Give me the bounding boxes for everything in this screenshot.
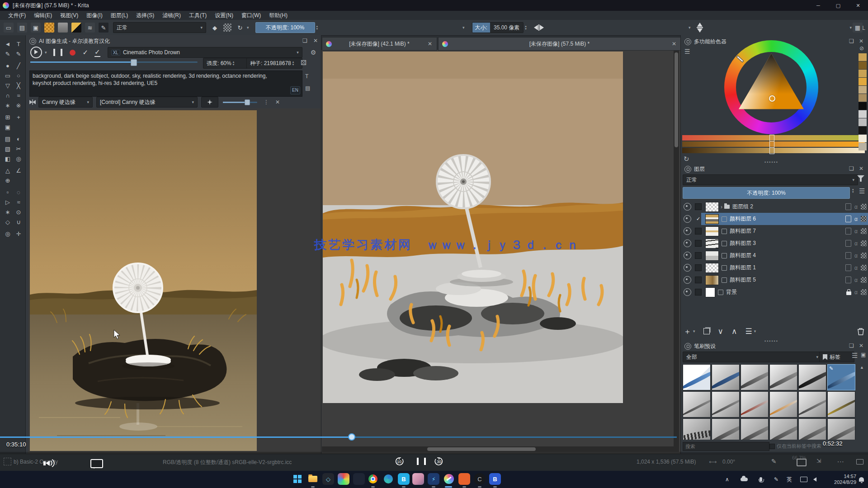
docker-splitter[interactable]: •••••• [764, 339, 778, 343]
polygon-select-tool[interactable]: ▷ [3, 197, 13, 207]
alpha-inherit-icon[interactable] [861, 277, 867, 283]
add-layer-button[interactable]: ＋▾ [684, 326, 695, 337]
layer-row-paint3[interactable]: 颜料图层 3 α [681, 237, 868, 249]
blend-mode-dropdown[interactable]: 正常▾ [113, 22, 206, 33]
close-docker-icon[interactable]: ✕ [859, 343, 863, 349]
alpha-inherit-icon[interactable] [861, 228, 867, 234]
layer-checkbox[interactable] [695, 277, 702, 283]
control-menu-icon[interactable]: ⋮ [264, 99, 269, 105]
opacity-slider-button[interactable]: 不透明度: 100% [255, 22, 315, 33]
value-marker[interactable] [769, 147, 774, 154]
color-history-swatch[interactable] [859, 110, 867, 118]
float-docker-icon[interactable]: ❏ [849, 38, 854, 44]
layer-locked-icon[interactable] [846, 291, 851, 295]
new-document-icon[interactable]: ▭ [4, 23, 14, 33]
strength-slider-handle[interactable] [131, 59, 137, 66]
eraser-mode-icon[interactable]: ◆ [210, 23, 220, 33]
brush-preset-tile[interactable] [741, 364, 769, 390]
multibrush-tool[interactable]: ※ [14, 100, 24, 110]
color-history-swatch[interactable] [859, 70, 867, 77]
seed-spinbox[interactable]: 种子: 219818678 ▴▾ [246, 58, 302, 69]
video-timeline-handle[interactable] [348, 433, 355, 441]
layer-checkbox[interactable] [695, 264, 702, 271]
subtitle-comment-icon[interactable] [90, 459, 103, 468]
mirror-horizontal-caret-icon[interactable]: ▾ [687, 25, 691, 30]
layer-row-paint7[interactable]: 颜料图层 7 α [681, 225, 868, 237]
refresh-colors-icon[interactable]: ↻ [684, 155, 689, 163]
contiguous-select-tool[interactable]: ∗ [3, 207, 13, 217]
layer-row-background[interactable]: 背景 α [681, 286, 868, 298]
move-layer-down-button[interactable]: ∨ [718, 327, 723, 336]
pan-tool[interactable]: ✛ [14, 229, 24, 239]
color-marker[interactable] [769, 95, 775, 102]
brush-preset-tile[interactable] [769, 391, 797, 418]
menu-settings[interactable]: 设置(N) [215, 12, 233, 19]
layer-checkbox[interactable] [695, 240, 702, 247]
app-avatar-icon[interactable] [412, 473, 424, 485]
control-remove-icon[interactable]: ✕ [275, 99, 280, 105]
mirror-vertical-icon[interactable] [697, 23, 703, 33]
canvas-only-mode-icon[interactable] [797, 459, 807, 466]
layer-style-icon[interactable] [845, 264, 851, 271]
vertical-scrollbar[interactable] [674, 51, 679, 446]
layer-filter-icon[interactable] [857, 175, 864, 182]
file-explorer-icon[interactable] [307, 473, 319, 485]
layer-checkbox[interactable] [695, 252, 702, 259]
layer-row-paint5[interactable]: 颜料图层 5 α [681, 274, 868, 286]
magnetic-select-tool[interactable]: ∪ [14, 217, 24, 227]
painting-canvas[interactable] [323, 52, 623, 403]
minimize-button[interactable]: ─ [808, 0, 828, 11]
close-docker-icon[interactable]: ✕ [859, 165, 863, 172]
forward-30-button[interactable]: 30 [434, 456, 444, 466]
alpha-lock-icon[interactable]: α [854, 289, 858, 296]
brush-preset-tile[interactable] [827, 391, 855, 418]
color-sampler-tool[interactable]: ◐ [14, 134, 24, 144]
microphone-tray-icon[interactable] [760, 471, 762, 488]
brush-preset-tile[interactable] [798, 364, 826, 390]
brush-preset-tile-selected[interactable]: ✎ [827, 364, 855, 390]
fill-swatch-icon[interactable] [58, 23, 68, 33]
pattern-edit-tool[interactable]: ▧ [3, 144, 13, 154]
start-button[interactable] [292, 473, 303, 485]
layer-visibility-icon[interactable] [684, 252, 691, 259]
onedrive-cloud-icon[interactable] [741, 471, 748, 488]
reference-photo-canvas[interactable] [30, 110, 257, 451]
brush-preset-tile[interactable] [712, 364, 740, 390]
app-blue-icon[interactable]: B [489, 473, 501, 485]
color-history-swatch[interactable] [859, 61, 867, 69]
brush-preset-tile[interactable] [769, 364, 797, 390]
apply-all-check-icon[interactable]: ✓ [94, 48, 100, 57]
color-history-swatch[interactable] [859, 78, 867, 85]
prompt-language-badge[interactable]: EN [290, 86, 300, 94]
foreground-background-color-icon[interactable] [71, 23, 81, 33]
alpha-inherit-icon[interactable] [861, 253, 867, 258]
chrome-icon[interactable] [367, 473, 379, 485]
hue-shift-marker[interactable] [769, 135, 774, 141]
brush-detail-view-icon[interactable]: ▣ [861, 352, 866, 358]
layer-properties-button[interactable]: ☰▾ [745, 327, 756, 336]
opacity-spinner[interactable]: ▴▾ [316, 25, 318, 30]
layer-row-paint1[interactable]: 颜料图层 1 α [681, 262, 868, 274]
color-history-swatch[interactable] [859, 102, 867, 110]
menu-view[interactable]: 视图(V) [60, 12, 78, 19]
alpha-lock-icon[interactable]: α [854, 228, 858, 235]
opacity-caret-icon[interactable]: ▾ [461, 25, 465, 30]
alpha-inherit-icon[interactable] [861, 216, 867, 222]
layer-checkbox[interactable] [695, 289, 702, 296]
app-faint-icon[interactable] [353, 473, 365, 485]
app-3d-viewer-icon[interactable]: ◇ [322, 473, 334, 485]
layer-opacity-slider[interactable]: 不透明度: 100% [683, 187, 850, 199]
control-source-dropdown[interactable]: Canny 硬边缘▾ [38, 97, 93, 108]
tray-chevron-icon[interactable]: ∧ [725, 471, 729, 488]
color-history-swatch[interactable] [859, 53, 867, 61]
translate-icon[interactable]: T [305, 73, 308, 80]
bezier-curve-tool[interactable]: ∩ [3, 90, 13, 100]
clear-color-icon[interactable]: ⊘ [859, 45, 864, 52]
reference-images-tool[interactable]: ⊕ [3, 175, 13, 185]
rewind-10-button[interactable]: 10 [394, 456, 404, 466]
layer-checkbox[interactable] [695, 203, 702, 210]
strength-slider[interactable] [30, 61, 198, 63]
strength-spinbox[interactable]: 强度: 60% ▴▾ [203, 58, 247, 69]
ellipse-select-tool[interactable]: ◌ [14, 187, 24, 197]
layer-row-paint4[interactable]: 颜料图层 4 α [681, 249, 868, 262]
